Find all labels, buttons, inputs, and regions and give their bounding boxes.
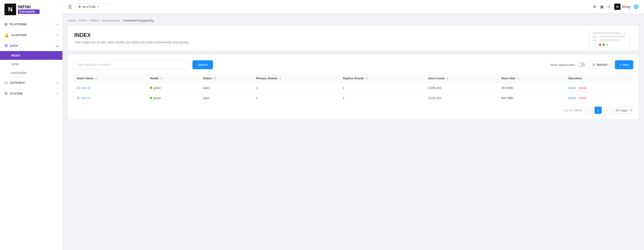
per-page-select[interactable]: 10 / page 20 / page 50 / page xyxy=(612,107,633,114)
system-icon: ⚙ xyxy=(4,91,8,96)
th-primary-shards: Primary Shards ⇅ xyxy=(252,74,339,83)
sidebar-item-index[interactable]: INDEX xyxy=(0,51,62,60)
breadcrumb-sep-2: / xyxy=(88,19,89,22)
sidebar-index-label: INDEX xyxy=(11,54,20,57)
delete-link-0[interactable]: Delete xyxy=(578,86,587,90)
new-button[interactable]: + New xyxy=(615,60,633,69)
th-operation: Operation xyxy=(564,74,633,83)
illus-dot-yellow xyxy=(606,44,608,46)
cell-operation-1: Detail Delete xyxy=(564,93,633,103)
show-special-toggle-group: Show special index xyxy=(550,63,585,67)
logo-icon: N xyxy=(8,6,12,13)
sidebar-item-alerting[interactable]: 🔔 ALERTING ▾ xyxy=(0,30,62,40)
user-avatar: N xyxy=(614,4,620,10)
topbar-left: ☰ es-v7140 ▾ xyxy=(68,3,112,10)
page-1-button[interactable]: 1 xyxy=(594,107,602,114)
cluster-dropdown-icon: ▾ xyxy=(97,5,99,8)
sort-icon-status[interactable]: ⇅ xyxy=(214,77,216,80)
cluster-selector[interactable]: es-v7140 ▾ xyxy=(76,3,112,10)
show-special-toggle[interactable] xyxy=(577,63,585,67)
index-name-cell: ⊞ test-11 xyxy=(77,96,143,100)
sidebar-platform-label: PLATFORM xyxy=(10,23,27,26)
table-grid-icon: ⊞ xyxy=(77,96,80,100)
sidebar-item-platform[interactable]: ⊞ PLATFORM ▾ xyxy=(0,19,62,30)
next-page-button[interactable]: › xyxy=(604,107,611,114)
help-icon[interactable]: ⊙ xyxy=(607,4,611,9)
breadcrumb-index[interactable]: INDEX xyxy=(90,19,99,22)
sidebar-section-alerting: 🔔 ALERTING ▾ xyxy=(0,30,62,41)
sort-icon-replica[interactable]: ⇅ xyxy=(366,77,368,80)
breadcrumb-home[interactable]: Home xyxy=(68,19,76,22)
menu-icon[interactable]: ☰ xyxy=(68,4,72,10)
breadcrumb-data[interactable]: DATA xyxy=(79,19,86,22)
refresh-icon: ↻ xyxy=(592,63,595,67)
translate-icon[interactable]: ⊕ xyxy=(593,4,596,9)
breadcrumb-elasticsearch[interactable]: elasticsearch xyxy=(102,19,120,22)
cell-docs-0: 3,055,164 xyxy=(425,83,498,93)
sidebar-item-view[interactable]: VIEW xyxy=(0,60,62,69)
cluster-name: es-v7140 xyxy=(82,5,96,9)
logo-console: Console/// xyxy=(18,10,40,14)
index-link-0[interactable]: test-10 xyxy=(82,86,90,90)
health-value-0: green xyxy=(154,86,161,90)
cell-health-1: green xyxy=(146,93,200,103)
sidebar-section-platform: ⊞ PLATFORM ▾ xyxy=(0,19,62,30)
detail-link-0[interactable]: Detail xyxy=(568,86,576,90)
cell-operation-0: Detail Delete xyxy=(564,83,633,93)
user-menu[interactable]: N liming xyxy=(614,4,630,10)
health-dot-1 xyxy=(150,97,152,99)
cell-store-0: 782.6MB xyxy=(498,83,564,93)
page-content: Home / DATA / INDEX / elasticsearch / cb… xyxy=(63,14,644,250)
toggle-thumb xyxy=(578,63,581,67)
delete-link-1[interactable]: Delete xyxy=(578,96,587,100)
sidebar-section-system: ⚙ SYSTEM ▾ xyxy=(0,88,62,99)
sort-icon-health[interactable]: ⇅ xyxy=(160,77,162,80)
terminal-icon[interactable]: ▣ xyxy=(600,4,604,9)
sidebar-discover-label: DISCOVER xyxy=(11,71,26,75)
cell-status-1: open xyxy=(200,93,252,103)
table-row: ⊞ test-11 green open 1 1 3,141,161 806.3… xyxy=(74,93,633,103)
table-card: Search Show special index ↻ Refresh + Ne… xyxy=(68,55,639,119)
cell-status-0: open xyxy=(200,83,252,93)
search-input[interactable] xyxy=(74,60,190,69)
prev-page-button[interactable]: ‹ xyxy=(586,107,593,114)
sort-icon-store[interactable]: ⇅ xyxy=(517,77,519,80)
page-illustration xyxy=(585,30,630,50)
illus-line-5 xyxy=(599,39,619,41)
data-chevron-icon: ▴ xyxy=(56,44,58,48)
index-link-1[interactable]: test-11 xyxy=(82,96,90,100)
cell-name-0: ⊞ test-10 xyxy=(74,83,146,93)
th-replica-shards: Replica Shards ⇅ xyxy=(339,74,425,83)
pagination-info: 1-2 of 2 items xyxy=(564,109,582,112)
sidebar-item-system[interactable]: ⚙ SYSTEM ▾ xyxy=(0,88,62,99)
illus-dots xyxy=(596,42,630,46)
sidebar-view-label: VIEW xyxy=(11,63,18,66)
illus-line-4 xyxy=(599,36,626,37)
sort-icon-primary[interactable]: ⇅ xyxy=(279,77,281,80)
alerting-chevron-icon: ▾ xyxy=(56,34,58,37)
gateway-chevron-icon: ▾ xyxy=(56,81,58,84)
cell-replica-1: 1 xyxy=(339,93,425,103)
sort-icon-docs[interactable]: ⇅ xyxy=(446,77,448,80)
sidebar-item-discover[interactable]: DISCOVER xyxy=(0,69,62,77)
health-dot-0 xyxy=(150,87,152,89)
th-health: Health ⇅ xyxy=(146,74,200,83)
sidebar-item-gateway[interactable]: ⬡ GATEWAY ▾ xyxy=(0,78,62,88)
page-title: INDEX xyxy=(74,32,632,38)
cell-primary-1: 1 xyxy=(252,93,339,103)
refresh-button[interactable]: ↻ Refresh xyxy=(588,60,612,69)
globe-icon[interactable]: 🌐 xyxy=(634,4,639,9)
show-special-label: Show special index xyxy=(550,63,575,67)
breadcrumb: Home / DATA / INDEX / elasticsearch / cb… xyxy=(68,19,639,22)
detail-link-1[interactable]: Detail xyxy=(568,96,576,100)
index-table: Index Name ⇅ Health ⇅ Status ⇅ Primary xyxy=(74,74,633,103)
user-name: liming xyxy=(622,5,630,9)
search-button[interactable]: Search xyxy=(192,60,213,69)
sort-icon-name[interactable]: ⇅ xyxy=(95,77,97,80)
platform-chevron-icon: ▾ xyxy=(56,23,58,26)
data-icon: ☰ xyxy=(4,44,8,48)
page-description: Index helps you to add, view, modify and… xyxy=(74,41,632,44)
cell-store-1: 806.3MB xyxy=(498,93,564,103)
sidebar-item-data[interactable]: ☰ DATA ▴ xyxy=(0,41,62,51)
logo-text: INFINI Console/// xyxy=(18,5,40,14)
